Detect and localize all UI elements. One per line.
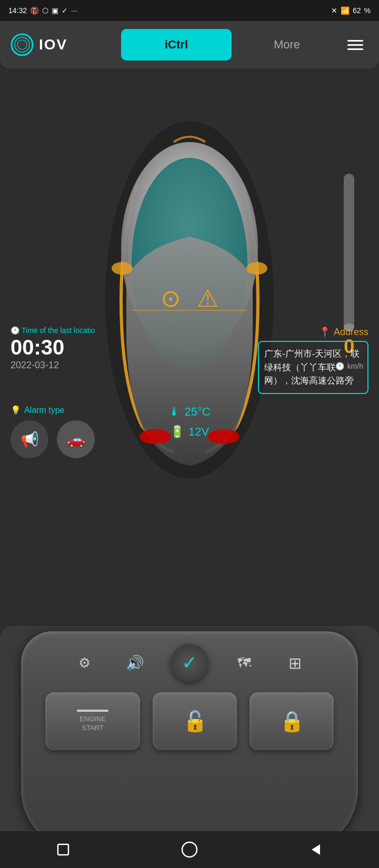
unlock-icon: 🔓 bbox=[183, 710, 207, 733]
warning-overlay: ⊙ ⚠ bbox=[161, 284, 218, 312]
alarm-label-icon: 💡 bbox=[11, 405, 21, 415]
back-arrow-icon bbox=[306, 840, 325, 859]
logo-text: IOV bbox=[39, 36, 67, 53]
car-move-icon: 🚗 bbox=[67, 431, 85, 448]
status-bar: 14:32 📵 ⬡ ▣ ✓ ··· ✕ 📶 62 % bbox=[0, 0, 379, 21]
svg-point-6 bbox=[112, 262, 133, 275]
status-left: 14:32 📵 ⬡ ▣ ✓ ··· bbox=[8, 6, 77, 15]
menu-line-1 bbox=[347, 40, 363, 42]
lock-icon: 🔒 bbox=[280, 710, 304, 733]
confirm-button[interactable]: ✓ bbox=[171, 644, 208, 682]
settings-button[interactable]: ⚙ bbox=[69, 648, 99, 678]
voltage-value: 12V bbox=[188, 425, 209, 439]
battery-percent: 62 bbox=[353, 6, 361, 15]
battery-icon: ▣ bbox=[52, 6, 58, 15]
dots-icon: ··· bbox=[71, 6, 77, 15]
car-alarm-button[interactable]: 🚗 bbox=[57, 420, 95, 458]
map-search-button[interactable]: 🗺 bbox=[230, 648, 259, 678]
alarm-label: 💡 Alarm type bbox=[11, 405, 95, 415]
svg-point-4 bbox=[139, 429, 171, 444]
megaphone-icon: 📢 bbox=[21, 431, 39, 448]
location-icon: 📍 bbox=[319, 326, 331, 338]
wifi-icon: 📶 bbox=[341, 6, 350, 15]
megaphone-alarm-button[interactable]: 📢 bbox=[11, 420, 48, 458]
temperature-value: 25°C bbox=[184, 405, 210, 419]
time-value: 00:30 bbox=[11, 337, 95, 358]
key-fob-background: ⚙ 🔊 ✓ 🗺 ⊞ ENGINE START bbox=[21, 631, 358, 852]
battery-volt-icon: 🔋 bbox=[170, 425, 184, 439]
telemetry-display: 🌡 25°C 🔋 12V bbox=[168, 405, 210, 439]
tab-more[interactable]: More bbox=[232, 29, 342, 60]
tab-ictrl[interactable]: iCtrl bbox=[121, 29, 232, 60]
check-icon: ✓ bbox=[182, 652, 197, 674]
settings-icon: ⚙ bbox=[78, 655, 91, 671]
lock-button[interactable]: 🔒 bbox=[250, 692, 334, 750]
checkmark-icon: ✓ bbox=[62, 6, 68, 15]
car-visualization: ⊙ ⚠ 🌡 25°C 🔋 12V bbox=[89, 79, 290, 500]
svg-point-5 bbox=[208, 429, 240, 444]
brake-warning-icon: ⊙ bbox=[161, 284, 181, 312]
address-content: 广东-广州市-天河区，联绿科技（丫丫车联网），沈海高速公路旁 bbox=[258, 341, 368, 394]
grid-icon: ⊞ bbox=[288, 654, 302, 672]
clock-icon: 🕐 bbox=[11, 326, 19, 335]
grid-button[interactable]: ⊞ bbox=[280, 648, 310, 678]
x-icon: ✕ bbox=[331, 6, 337, 15]
engine-label: ENGINE START bbox=[79, 715, 106, 733]
main-area: ⊙ ⚠ 🌡 25°C 🔋 12V 0 🕐 km/h 🕐 T bbox=[0, 68, 379, 621]
map-search-icon: 🗺 bbox=[237, 655, 251, 671]
home-button[interactable] bbox=[174, 834, 205, 865]
status-right: ✕ 📶 62 % bbox=[331, 6, 371, 15]
svg-rect-9 bbox=[58, 844, 68, 855]
square-icon bbox=[54, 840, 73, 859]
cloud-icon: ⬡ bbox=[42, 6, 48, 15]
caution-warning-icon: ⚠ bbox=[197, 284, 218, 312]
app-logo: IOV bbox=[11, 33, 121, 56]
iov-logo-icon bbox=[11, 33, 34, 56]
key-bottom-row: ENGINE START 🔓 🔒 bbox=[21, 692, 358, 750]
alarm-icons: 📢 🚗 bbox=[11, 420, 95, 458]
unlock-button[interactable]: 🔓 bbox=[153, 692, 237, 750]
circle-icon bbox=[180, 840, 199, 859]
engine-line bbox=[77, 710, 108, 712]
voltage-display: 🔋 12V bbox=[170, 425, 209, 439]
address-label: 📍 Address bbox=[258, 326, 368, 338]
menu-line-2 bbox=[347, 44, 363, 46]
speed-bar bbox=[344, 174, 354, 331]
thermometer-icon: 🌡 bbox=[168, 405, 180, 419]
time-label: 🕐 Time of the last locatio bbox=[11, 326, 95, 335]
back-button[interactable] bbox=[300, 834, 332, 865]
svg-point-10 bbox=[182, 842, 197, 857]
status-time: 14:32 bbox=[8, 6, 27, 15]
volume-button[interactable]: 🔊 bbox=[120, 648, 149, 678]
key-icons-row: ⚙ 🔊 ✓ 🗺 ⊞ bbox=[21, 631, 358, 682]
nav-bar: IOV iCtrl More bbox=[0, 21, 379, 68]
address-box: 📍 Address 广东-广州市-天河区，联绿科技（丫丫车联网），沈海高速公路旁 bbox=[258, 326, 368, 394]
menu-line-3 bbox=[347, 48, 363, 50]
signal-icon: 📵 bbox=[30, 6, 39, 15]
alarm-section: 💡 Alarm type 📢 🚗 bbox=[11, 405, 95, 458]
svg-marker-11 bbox=[312, 844, 320, 855]
time-info: 🕐 Time of the last locatio 00:30 2022-03… bbox=[11, 326, 95, 371]
system-nav-bar bbox=[0, 831, 379, 868]
battery-indicator: % bbox=[364, 6, 371, 15]
key-fob: ⚙ 🔊 ✓ 🗺 ⊞ ENGINE START bbox=[21, 631, 358, 852]
svg-point-7 bbox=[246, 262, 267, 275]
menu-button[interactable] bbox=[342, 32, 368, 58]
temperature-display: 🌡 25°C bbox=[168, 405, 210, 419]
engine-start-button[interactable]: ENGINE START bbox=[45, 692, 140, 750]
volume-icon: 🔊 bbox=[126, 654, 144, 672]
date-value: 2022-03-12 bbox=[11, 360, 95, 371]
recent-apps-button[interactable] bbox=[47, 834, 79, 865]
